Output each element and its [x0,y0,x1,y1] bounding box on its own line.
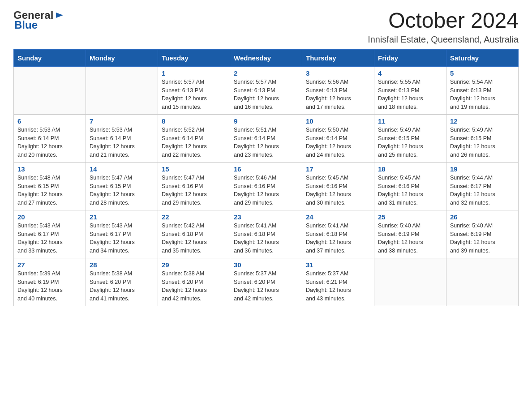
day-info-28: Sunrise: 5:38 AM Sunset: 6:20 PM Dayligh… [90,270,154,303]
day-info-10: Sunrise: 5:50 AM Sunset: 6:14 PM Dayligh… [306,126,370,159]
day-number-16: 16 [234,165,298,173]
day-number-20: 20 [17,213,82,221]
day-info-7: Sunrise: 5:53 AM Sunset: 6:14 PM Dayligh… [90,126,154,159]
day-number-30: 30 [234,261,298,269]
day-info-19: Sunrise: 5:44 AM Sunset: 6:17 PM Dayligh… [450,174,515,207]
day-info-30: Sunrise: 5:37 AM Sunset: 6:20 PM Dayligh… [234,270,298,303]
day-info-18: Sunrise: 5:45 AM Sunset: 6:16 PM Dayligh… [378,174,442,207]
day-info-4: Sunrise: 5:55 AM Sunset: 6:13 PM Dayligh… [378,78,442,111]
day-number-23: 23 [234,213,298,221]
day-info-24: Sunrise: 5:41 AM Sunset: 6:18 PM Dayligh… [306,222,370,255]
calendar-cell-w4-d5: 24Sunrise: 5:41 AM Sunset: 6:18 PM Dayli… [302,210,374,258]
day-info-13: Sunrise: 5:48 AM Sunset: 6:15 PM Dayligh… [17,174,82,207]
calendar-cell-w1-d2 [86,66,158,114]
day-number-22: 22 [162,213,226,221]
calendar-cell-w4-d3: 22Sunrise: 5:42 AM Sunset: 6:18 PM Dayli… [158,210,230,258]
page-subtitle: Innisfail Estate, Queensland, Australia [368,34,519,45]
calendar-cell-w2-d5: 10Sunrise: 5:50 AM Sunset: 6:14 PM Dayli… [302,114,374,162]
header-friday: Friday [374,49,446,66]
day-number-28: 28 [90,261,154,269]
day-info-14: Sunrise: 5:47 AM Sunset: 6:15 PM Dayligh… [90,174,154,207]
calendar-cell-w5-d3: 29Sunrise: 5:38 AM Sunset: 6:20 PM Dayli… [158,258,230,306]
calendar-cell-w1-d6: 4Sunrise: 5:55 AM Sunset: 6:13 PM Daylig… [374,66,446,114]
calendar-cell-w5-d5: 31Sunrise: 5:37 AM Sunset: 6:21 PM Dayli… [302,258,374,306]
calendar-cell-w2-d7: 12Sunrise: 5:49 AM Sunset: 6:15 PM Dayli… [446,114,519,162]
calendar-table: Sunday Monday Tuesday Wednesday Thursday… [13,49,519,306]
calendar-cell-w1-d5: 3Sunrise: 5:56 AM Sunset: 6:13 PM Daylig… [302,66,374,114]
day-info-31: Sunrise: 5:37 AM Sunset: 6:21 PM Dayligh… [306,270,370,303]
svg-marker-0 [56,13,63,18]
day-info-3: Sunrise: 5:56 AM Sunset: 6:13 PM Dayligh… [306,78,370,111]
calendar-week-5: 27Sunrise: 5:39 AM Sunset: 6:19 PM Dayli… [14,258,519,306]
header-saturday: Saturday [446,49,519,66]
day-info-5: Sunrise: 5:54 AM Sunset: 6:13 PM Dayligh… [450,78,515,111]
day-info-11: Sunrise: 5:49 AM Sunset: 6:15 PM Dayligh… [378,126,442,159]
calendar-cell-w4-d4: 23Sunrise: 5:41 AM Sunset: 6:18 PM Dayli… [230,210,302,258]
day-number-7: 7 [90,117,154,125]
day-number-2: 2 [234,69,298,77]
calendar-cell-w4-d2: 21Sunrise: 5:43 AM Sunset: 6:17 PM Dayli… [86,210,158,258]
day-number-27: 27 [17,261,82,269]
calendar-cell-w5-d4: 30Sunrise: 5:37 AM Sunset: 6:20 PM Dayli… [230,258,302,306]
day-number-1: 1 [162,69,226,77]
day-number-17: 17 [306,165,370,173]
calendar-cell-w3-d2: 14Sunrise: 5:47 AM Sunset: 6:15 PM Dayli… [86,162,158,210]
calendar-cell-w2-d6: 11Sunrise: 5:49 AM Sunset: 6:15 PM Dayli… [374,114,446,162]
logo-blue-text: Blue [14,19,38,31]
day-info-8: Sunrise: 5:52 AM Sunset: 6:14 PM Dayligh… [162,126,226,159]
calendar-cell-w4-d7: 26Sunrise: 5:40 AM Sunset: 6:19 PM Dayli… [446,210,519,258]
day-number-10: 10 [306,117,370,125]
calendar-cell-w5-d1: 27Sunrise: 5:39 AM Sunset: 6:19 PM Dayli… [14,258,86,306]
day-number-9: 9 [234,117,298,125]
day-number-25: 25 [378,213,442,221]
calendar-cell-w2-d4: 9Sunrise: 5:51 AM Sunset: 6:14 PM Daylig… [230,114,302,162]
day-number-24: 24 [306,213,370,221]
day-number-15: 15 [162,165,226,173]
title-area: October 2024 Innisfail Estate, Queenslan… [368,9,519,45]
calendar-cell-w2-d3: 8Sunrise: 5:52 AM Sunset: 6:14 PM Daylig… [158,114,230,162]
header-tuesday: Tuesday [158,49,230,66]
page-title: October 2024 [368,9,519,33]
calendar-cell-w3-d1: 13Sunrise: 5:48 AM Sunset: 6:15 PM Dayli… [14,162,86,210]
calendar-cell-w2-d1: 6Sunrise: 5:53 AM Sunset: 6:14 PM Daylig… [14,114,86,162]
day-number-14: 14 [90,165,154,173]
day-number-19: 19 [450,165,515,173]
header-monday: Monday [86,49,158,66]
day-info-17: Sunrise: 5:45 AM Sunset: 6:16 PM Dayligh… [306,174,370,207]
header-thursday: Thursday [302,49,374,66]
calendar-cell-w4-d6: 25Sunrise: 5:40 AM Sunset: 6:19 PM Dayli… [374,210,446,258]
day-number-26: 26 [450,213,515,221]
day-number-8: 8 [162,117,226,125]
header-wednesday: Wednesday [230,49,302,66]
day-info-1: Sunrise: 5:57 AM Sunset: 6:13 PM Dayligh… [162,78,226,111]
calendar-week-4: 20Sunrise: 5:43 AM Sunset: 6:17 PM Dayli… [14,210,519,258]
day-info-23: Sunrise: 5:41 AM Sunset: 6:18 PM Dayligh… [234,222,298,255]
day-number-31: 31 [306,261,370,269]
day-info-20: Sunrise: 5:43 AM Sunset: 6:17 PM Dayligh… [17,222,82,255]
day-info-15: Sunrise: 5:47 AM Sunset: 6:16 PM Dayligh… [162,174,226,207]
page-header: General Blue October 2024 Innisfail Esta… [13,9,519,45]
calendar-cell-w1-d1 [14,66,86,114]
day-number-6: 6 [17,117,82,125]
calendar-cell-w1-d4: 2Sunrise: 5:57 AM Sunset: 6:13 PM Daylig… [230,66,302,114]
day-info-6: Sunrise: 5:53 AM Sunset: 6:14 PM Dayligh… [17,126,82,159]
calendar-cell-w5-d7 [446,258,519,306]
day-info-21: Sunrise: 5:43 AM Sunset: 6:17 PM Dayligh… [90,222,154,255]
calendar-week-2: 6Sunrise: 5:53 AM Sunset: 6:14 PM Daylig… [14,114,519,162]
day-info-12: Sunrise: 5:49 AM Sunset: 6:15 PM Dayligh… [450,126,515,159]
day-info-29: Sunrise: 5:38 AM Sunset: 6:20 PM Dayligh… [162,270,226,303]
day-info-26: Sunrise: 5:40 AM Sunset: 6:19 PM Dayligh… [450,222,515,255]
day-info-16: Sunrise: 5:46 AM Sunset: 6:16 PM Dayligh… [234,174,298,207]
calendar-week-1: 1Sunrise: 5:57 AM Sunset: 6:13 PM Daylig… [14,66,519,114]
calendar-cell-w3-d4: 16Sunrise: 5:46 AM Sunset: 6:16 PM Dayli… [230,162,302,210]
day-number-5: 5 [450,69,515,77]
calendar-cell-w5-d2: 28Sunrise: 5:38 AM Sunset: 6:20 PM Dayli… [86,258,158,306]
day-number-18: 18 [378,165,442,173]
calendar-header-row: Sunday Monday Tuesday Wednesday Thursday… [14,49,519,66]
header-sunday: Sunday [14,49,86,66]
logo-arrow-icon [55,11,64,20]
day-info-2: Sunrise: 5:57 AM Sunset: 6:13 PM Dayligh… [234,78,298,111]
day-number-21: 21 [90,213,154,221]
day-info-25: Sunrise: 5:40 AM Sunset: 6:19 PM Dayligh… [378,222,442,255]
day-number-13: 13 [17,165,82,173]
